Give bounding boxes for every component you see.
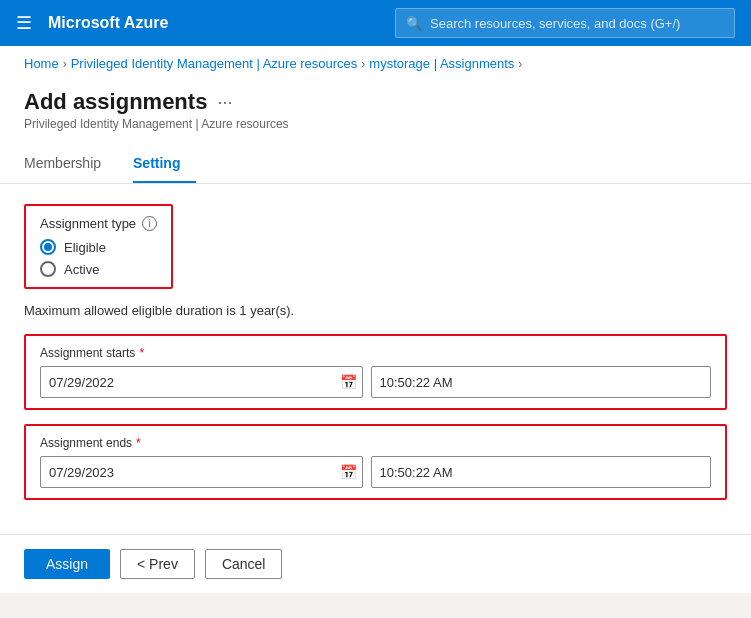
assignment-ends-row: 📅 (40, 456, 711, 488)
breadcrumb-sep-2: › (361, 57, 365, 71)
starts-date-wrapper: 📅 (40, 366, 363, 398)
radio-active-input[interactable] (40, 261, 56, 277)
breadcrumb-home[interactable]: Home (24, 56, 59, 71)
starts-time-input[interactable] (371, 366, 712, 398)
page-subtitle: Privileged Identity Management | Azure r… (24, 117, 727, 131)
ends-date-wrapper: 📅 (40, 456, 363, 488)
form-content: Assignment type i Eligible Active Maximu… (0, 184, 751, 534)
assignment-ends-label: Assignment ends * (40, 436, 711, 450)
ends-time-input[interactable] (371, 456, 712, 488)
radio-active-label: Active (64, 262, 99, 277)
assignment-type-info-icon[interactable]: i (142, 216, 157, 231)
breadcrumb-pim[interactable]: Privileged Identity Management | Azure r… (71, 56, 358, 71)
assignment-starts-group: Assignment starts * 📅 (24, 334, 727, 410)
top-nav: ☰ Microsoft Azure 🔍 Search resources, se… (0, 0, 751, 46)
assignment-starts-label: Assignment starts * (40, 346, 711, 360)
ends-calendar-icon[interactable]: 📅 (340, 464, 357, 480)
more-options-icon[interactable]: ··· (217, 92, 232, 113)
footer: Assign < Prev Cancel (0, 534, 751, 593)
main-content: Home › Privileged Identity Management | … (0, 46, 751, 593)
prev-button[interactable]: < Prev (120, 549, 195, 579)
radio-eligible-input[interactable] (40, 239, 56, 255)
assignment-type-box: Assignment type i Eligible Active (24, 204, 173, 289)
search-bar[interactable]: 🔍 Search resources, services, and docs (… (395, 8, 735, 38)
assignment-type-label: Assignment type i (40, 216, 157, 231)
page-header: Add assignments ··· Privileged Identity … (0, 77, 751, 131)
brand-name: Microsoft Azure (48, 14, 379, 32)
breadcrumb-sep-1: › (63, 57, 67, 71)
tab-membership[interactable]: Membership (24, 147, 117, 183)
search-icon: 🔍 (406, 16, 422, 31)
radio-eligible[interactable]: Eligible (40, 239, 157, 255)
assign-button[interactable]: Assign (24, 549, 110, 579)
breadcrumb-mystorage[interactable]: mystorage | Assignments (369, 56, 514, 71)
page-title: Add assignments (24, 89, 207, 115)
assignment-ends-group: Assignment ends * 📅 (24, 424, 727, 500)
starts-date-input[interactable] (40, 366, 363, 398)
hamburger-icon[interactable]: ☰ (16, 12, 32, 34)
cancel-button[interactable]: Cancel (205, 549, 283, 579)
assignment-starts-row: 📅 (40, 366, 711, 398)
ends-date-input[interactable] (40, 456, 363, 488)
ends-required-star: * (136, 436, 141, 450)
eligible-duration-info: Maximum allowed eligible duration is 1 y… (24, 303, 727, 318)
radio-eligible-label: Eligible (64, 240, 106, 255)
starts-required-star: * (139, 346, 144, 360)
tabs-container: Membership Setting (0, 147, 751, 184)
search-placeholder: Search resources, services, and docs (G+… (430, 16, 680, 31)
radio-active[interactable]: Active (40, 261, 157, 277)
tab-setting[interactable]: Setting (133, 147, 196, 183)
breadcrumb: Home › Privileged Identity Management | … (0, 46, 751, 77)
breadcrumb-sep-3: › (518, 57, 522, 71)
starts-calendar-icon[interactable]: 📅 (340, 374, 357, 390)
